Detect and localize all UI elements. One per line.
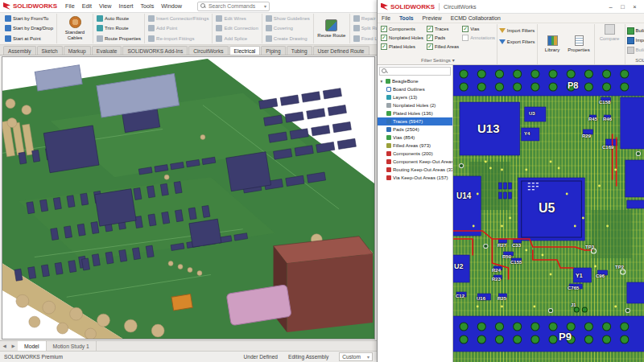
auto-route-button[interactable]: Auto Route <box>96 14 142 23</box>
tab-solidworks-addins[interactable]: SOLIDWORKS Add-Ins <box>122 46 188 55</box>
search-dropdown-icon[interactable]: ▾ <box>264 3 266 9</box>
tree-item-filled-areas[interactable]: Filled Areas (973) <box>378 142 452 150</box>
compare-button[interactable]: Compare <box>597 24 623 41</box>
filter-traces-checkbox[interactable]: ✓Traces <box>427 24 459 33</box>
reuse-route-button[interactable]: Reuse Route <box>316 14 347 43</box>
expander-icon[interactable]: ▾ <box>379 79 384 84</box>
menu-window[interactable]: Window <box>161 2 182 10</box>
add-point-button[interactable]: Add Point <box>147 24 209 33</box>
repair-route-button[interactable]: Repair Route <box>353 14 377 23</box>
library-button[interactable]: Library <box>539 24 566 64</box>
filter-pads-checkbox[interactable]: ✓Pads <box>427 33 459 42</box>
solidworks-titlebar: SOLIDWORKS File Edit View Insert Tools W… <box>0 0 377 13</box>
add-splice-button[interactable]: Add Splice <box>215 34 258 43</box>
reuse-route-icon <box>325 19 337 31</box>
tab-markup[interactable]: Markup <box>64 46 91 55</box>
export-filters-button[interactable]: Export Filters <box>499 37 535 47</box>
tab-piping[interactable]: Piping <box>261 46 285 55</box>
tab-scroll-left-icon[interactable]: ◀ <box>0 343 9 348</box>
tab-circuitworks[interactable]: CircuitWorks <box>188 46 228 55</box>
tree-item-plated-holes[interactable]: Plated Holes (136) <box>378 109 452 117</box>
start-at-point-button[interactable]: Start at Point <box>4 34 54 43</box>
close-button[interactable]: × <box>629 2 641 12</box>
reimport-fittings-button[interactable]: Re-import Fittings <box>147 34 209 43</box>
tree-item-via-keepout[interactable]: Via Keep-Out Areas (157) <box>378 174 452 182</box>
nonplated-holes-icon <box>386 103 391 108</box>
3d-viewport[interactable] <box>2 56 375 339</box>
filter-annotations-checkbox[interactable]: Annotations <box>462 33 495 42</box>
build-midplane-part-button[interactable]: Build Midplane Part <box>627 45 644 55</box>
filter-settings-dropdown-icon: ▾ <box>452 57 455 63</box>
trim-route-button[interactable]: Trim Route <box>96 24 142 33</box>
minimize-button[interactable]: – <box>605 2 617 12</box>
feature-tree: ▾ BeagleBone Board Outlines Layers (13) … <box>378 77 452 182</box>
ecad-preview-view[interactable]: P8 U13 U5 P9 U3 Y4 R29 C158 R45 R46 C169… <box>453 65 644 362</box>
tab-evaluate[interactable]: Evaluate <box>92 46 122 55</box>
menu-insert[interactable]: Insert <box>119 2 134 10</box>
tree-root-beaglebone[interactable]: ▾ BeagleBone <box>378 77 452 85</box>
import-filters-button[interactable]: Import Filters <box>499 26 535 35</box>
tab-user-defined-route[interactable]: User Defined Route <box>313 46 369 55</box>
split-route-button[interactable]: Split Route <box>353 24 377 33</box>
fixed-lengths-icon <box>353 35 360 42</box>
standard-cables-button[interactable]: Standard Cables <box>60 14 90 43</box>
components-icon <box>386 151 391 156</box>
filter-settings-label[interactable]: Filter Settings ▾ <box>381 56 495 64</box>
filter-filled-areas-checkbox[interactable]: ✓Filled Areas <box>427 42 459 51</box>
ribbon-group-reuse: Reuse Route <box>314 14 350 43</box>
tab-assembly[interactable]: Assembly <box>3 46 36 55</box>
menu-edit[interactable]: Edit <box>82 2 92 10</box>
model-tabs-bar: ◀ ▶ Model Motion Study 1 <box>0 340 377 351</box>
insert-connector-button[interactable]: Insert Connector/Fittings <box>147 14 209 23</box>
tree-item-vias[interactable]: Vias (854) <box>378 134 452 142</box>
tree-item-components[interactable]: Components (200) <box>378 150 452 158</box>
edit-connection-button[interactable]: Edit Connection <box>215 24 258 33</box>
tree-item-component-keepout[interactable]: Component Keep-Out Areas (34) <box>378 158 452 166</box>
tree-item-routing-keepout[interactable]: Routing Keep-Out Areas (332) <box>378 166 452 174</box>
configuration-dropdown[interactable]: Custom ▾ <box>339 352 373 361</box>
pads-icon <box>386 127 391 132</box>
menu-view[interactable]: View <box>99 2 111 10</box>
filter-plated-holes-checkbox[interactable]: ✓Plated Holes <box>381 42 423 51</box>
filter-components-checkbox[interactable]: ✓Components <box>381 24 423 33</box>
route-properties-button[interactable]: Route Properties <box>96 34 142 43</box>
tab-scroll-right-icon[interactable]: ▶ <box>9 343 18 348</box>
start-by-dragdrop-button[interactable]: Start by Drag/Drop <box>4 24 54 33</box>
fixed-lengths-button[interactable]: Fixed Lengths <box>353 34 377 43</box>
cw-tab-ecmd-collaboration[interactable]: ECMD Collaboration <box>451 15 501 21</box>
filter-vias-checkbox[interactable]: ✓Vias <box>462 24 495 33</box>
circuitworks-menu-tabs: File Tools Preview ECMD Collaboration <box>378 14 644 23</box>
command-search[interactable]: ▾ <box>197 2 270 11</box>
tree-item-pads[interactable]: Pads (2504) <box>378 125 452 134</box>
motion-study-tab[interactable]: Motion Study 1 <box>47 341 97 351</box>
tree-item-traces[interactable]: Traces (5947) <box>378 117 452 125</box>
menu-tools[interactable]: Tools <box>141 2 155 10</box>
tab-tubing[interactable]: Tubing <box>287 46 312 55</box>
start-by-fromto-button[interactable]: Start by From/To <box>4 14 54 23</box>
covering-button[interactable]: Covering <box>265 24 311 33</box>
maximize-button[interactable]: □ <box>617 2 629 12</box>
create-drawing-button[interactable]: Create Drawing <box>265 34 311 43</box>
tree-item-layers[interactable]: Layers (13) <box>378 93 452 101</box>
model-tab[interactable]: Model <box>18 341 47 351</box>
cw-tab-file[interactable]: File <box>382 15 390 21</box>
properties-button[interactable]: Properties <box>566 24 592 64</box>
checkbox-checked-icon: ✓ <box>381 35 387 41</box>
tree-item-nonplated-holes[interactable]: Nonplated Holes (2) <box>378 101 452 109</box>
export-filter-icon <box>499 39 506 44</box>
tab-sketch[interactable]: Sketch <box>37 46 63 55</box>
circuitworks-title: CircuitWorks <box>439 3 477 10</box>
tree-search-box[interactable] <box>379 67 451 76</box>
edit-wires-button[interactable]: Edit Wires <box>215 14 258 23</box>
filter-nonplated-holes-checkbox[interactable]: ✓Nonplated Holes <box>381 33 423 42</box>
import-model-button[interactable]: Import Model <box>627 35 644 45</box>
build-model-button[interactable]: Build Model <box>627 26 644 35</box>
menu-file[interactable]: File <box>65 2 75 10</box>
search-input[interactable] <box>208 3 262 9</box>
command-manager-ribbon: Start by From/To Start by Drag/Drop Star… <box>0 13 377 45</box>
tab-electrical[interactable]: Electrical <box>229 46 261 55</box>
cw-tab-tools[interactable]: Tools <box>399 15 414 21</box>
cw-tab-preview[interactable]: Preview <box>423 15 442 21</box>
tree-item-board-outlines[interactable]: Board Outlines <box>378 85 452 93</box>
show-guidelines-button[interactable]: Show Guidelines <box>265 14 311 23</box>
